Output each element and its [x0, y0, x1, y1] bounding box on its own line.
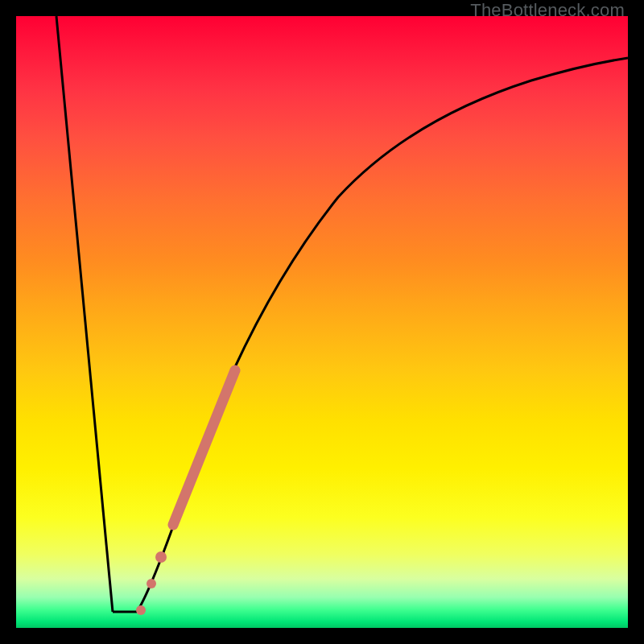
watermark-text: TheBottleneck.com [470, 0, 625, 21]
highlight-dot [147, 579, 156, 588]
plot-area [16, 16, 628, 628]
chart-svg [16, 16, 628, 628]
series-highlight-segment [173, 370, 235, 525]
series-left-falling-line [56, 16, 113, 612]
series-rising-curve [137, 58, 628, 612]
chart-frame: TheBottleneck.com [0, 0, 644, 644]
highlight-dot [136, 605, 146, 615]
highlight-dot [155, 551, 167, 563]
